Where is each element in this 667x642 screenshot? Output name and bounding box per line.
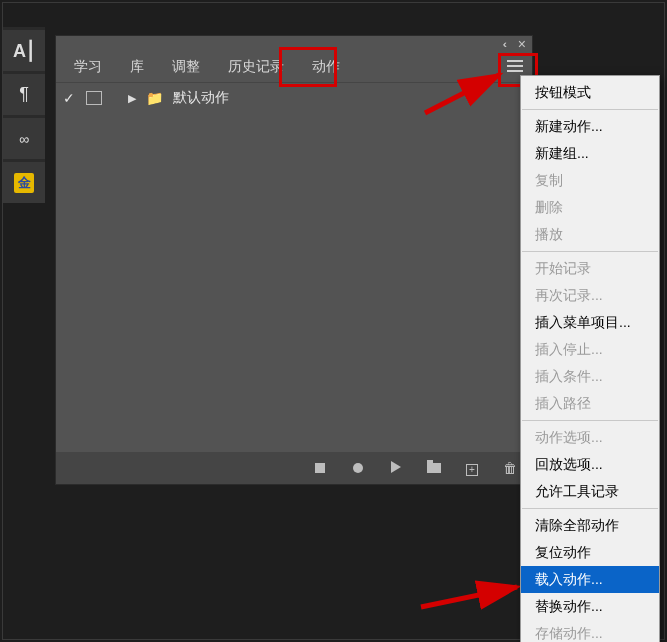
tab-label: 库 — [130, 58, 144, 76]
menu-item-insert-stop: 插入停止... — [521, 336, 659, 363]
folder-icon: 📁 — [146, 90, 163, 106]
trash-icon: 🗑 — [503, 460, 517, 476]
menu-item-load-actions[interactable]: 载入动作... — [521, 566, 659, 593]
tab-label: 学习 — [74, 58, 102, 76]
paragraph-tool-button[interactable]: ¶ — [3, 71, 45, 115]
share-tool-button[interactable]: ∞ — [3, 115, 45, 159]
menu-item-label: 开始记录 — [535, 260, 591, 276]
menu-item-replace-actions[interactable]: 替换动作... — [521, 593, 659, 620]
stop-button[interactable] — [312, 461, 328, 476]
menu-item-new-action[interactable]: 新建动作... — [521, 113, 659, 140]
panel-flyout-menu-button[interactable] — [504, 56, 526, 76]
play-icon — [391, 461, 401, 473]
action-set-row[interactable]: ✓ ▶ 📁 默认动作 — [56, 83, 532, 113]
tab-label: 历史记录 — [228, 58, 284, 76]
hamburger-icon — [507, 65, 523, 67]
app-icon-button[interactable]: 金 — [3, 159, 45, 203]
panel-footer: + 🗑 — [56, 452, 532, 484]
tab-history[interactable]: 历史记录 — [214, 52, 298, 82]
menu-item-play: 播放 — [521, 221, 659, 248]
tab-label: 动作 — [312, 58, 340, 76]
menu-item-record-again: 再次记录... — [521, 282, 659, 309]
play-button[interactable] — [388, 461, 404, 476]
panel-flyout-menu: 按钮模式 新建动作... 新建组... 复制 删除 播放 开始记录 再次记录..… — [520, 75, 660, 642]
tab-actions[interactable]: 动作 — [298, 52, 354, 82]
menu-item-label: 清除全部动作 — [535, 517, 619, 533]
panel-close-button[interactable]: × — [518, 36, 526, 52]
delete-button[interactable]: 🗑 — [502, 460, 518, 476]
menu-item-label: 复位动作 — [535, 544, 591, 560]
menu-separator — [522, 420, 658, 421]
menu-item-label: 再次记录... — [535, 287, 603, 303]
menu-item-label: 新建组... — [535, 145, 589, 161]
menu-item-label: 动作选项... — [535, 429, 603, 445]
menu-item-insert-menu-item[interactable]: 插入菜单项目... — [521, 309, 659, 336]
panel-topbar: ‹‹ × — [56, 36, 532, 52]
panel-collapse-chevrons-icon[interactable]: ‹‹ — [503, 38, 504, 50]
tab-library[interactable]: 库 — [116, 52, 158, 82]
record-icon — [353, 463, 363, 473]
menu-item-label: 回放选项... — [535, 456, 603, 472]
dialog-toggle-icon[interactable] — [86, 91, 102, 105]
menu-item-start-record: 开始记录 — [521, 255, 659, 282]
new-action-button[interactable]: + — [464, 461, 480, 476]
share-icon: ∞ — [14, 129, 34, 149]
menu-item-label: 存储动作... — [535, 625, 603, 641]
menu-separator — [522, 251, 658, 252]
toggle-check-icon[interactable]: ✓ — [62, 90, 76, 106]
menu-item-label: 载入动作... — [535, 571, 603, 587]
expand-chevron-icon[interactable]: ▶ — [128, 92, 136, 105]
menu-item-button-mode[interactable]: 按钮模式 — [521, 79, 659, 106]
actions-list: ✓ ▶ 📁 默认动作 — [56, 82, 532, 452]
menu-item-duplicate: 复制 — [521, 167, 659, 194]
panel-tabs: 学习 库 调整 历史记录 动作 — [56, 52, 532, 82]
menu-item-delete: 删除 — [521, 194, 659, 221]
menu-item-insert-condition: 插入条件... — [521, 363, 659, 390]
menu-separator — [522, 508, 658, 509]
menu-item-label: 替换动作... — [535, 598, 603, 614]
tab-learn[interactable]: 学习 — [60, 52, 116, 82]
left-toolstrip: A⎮ ¶ ∞ 金 — [3, 27, 45, 203]
paragraph-icon: ¶ — [14, 85, 34, 105]
menu-item-playback-options[interactable]: 回放选项... — [521, 451, 659, 478]
menu-item-label: 插入菜单项目... — [535, 314, 631, 330]
svg-line-1 — [421, 587, 517, 607]
tab-adjust[interactable]: 调整 — [158, 52, 214, 82]
menu-item-reset-actions[interactable]: 复位动作 — [521, 539, 659, 566]
folder-icon — [427, 463, 441, 473]
tab-label: 调整 — [172, 58, 200, 76]
annotation-arrow-to-load-actions — [417, 579, 527, 613]
menu-item-label: 插入路径 — [535, 395, 591, 411]
action-set-label: 默认动作 — [173, 89, 229, 107]
menu-item-label: 删除 — [535, 199, 563, 215]
menu-item-label: 复制 — [535, 172, 563, 188]
menu-item-label: 按钮模式 — [535, 84, 591, 100]
new-folder-button[interactable] — [426, 461, 442, 476]
app-icon: 金 — [14, 173, 34, 193]
stop-icon — [315, 463, 325, 473]
menu-item-clear-all-actions[interactable]: 清除全部动作 — [521, 512, 659, 539]
actions-panel: ‹‹ × 学习 库 调整 历史记录 动作 ✓ ▶ 📁 默认动作 — [55, 35, 533, 485]
menu-item-action-options: 动作选项... — [521, 424, 659, 451]
menu-item-new-group[interactable]: 新建组... — [521, 140, 659, 167]
menu-separator — [522, 109, 658, 110]
plus-icon: + — [466, 464, 478, 476]
app-stage: ›› A⎮ ¶ ∞ 金 ‹‹ × 学习 库 调整 历史记录 动作 — [2, 2, 665, 640]
type-tool-icon: A⎮ — [14, 41, 34, 61]
menu-item-label: 新建动作... — [535, 118, 603, 134]
record-button[interactable] — [350, 461, 366, 476]
menu-item-save-actions: 存储动作... — [521, 620, 659, 642]
menu-item-label: 播放 — [535, 226, 563, 242]
menu-item-allow-tool-record[interactable]: 允许工具记录 — [521, 478, 659, 505]
menu-item-insert-path: 插入路径 — [521, 390, 659, 417]
menu-item-label: 插入条件... — [535, 368, 603, 384]
type-tool-button[interactable]: A⎮ — [3, 27, 45, 71]
menu-item-label: 插入停止... — [535, 341, 603, 357]
menu-item-label: 允许工具记录 — [535, 483, 619, 499]
